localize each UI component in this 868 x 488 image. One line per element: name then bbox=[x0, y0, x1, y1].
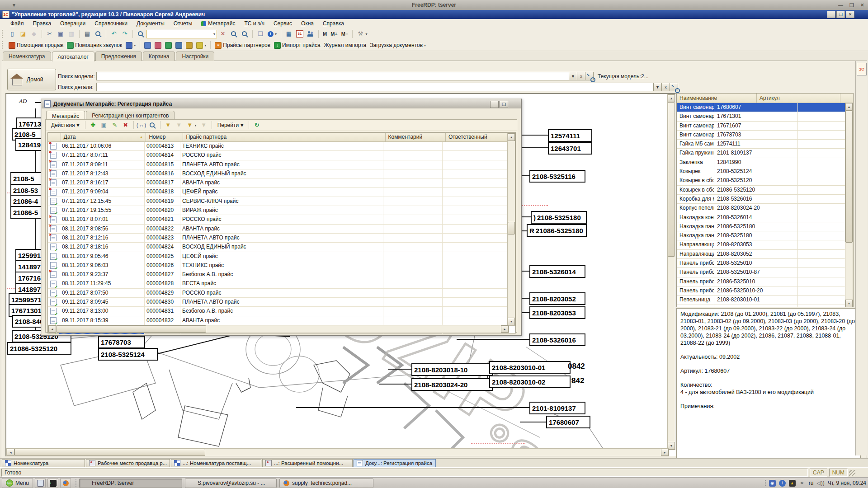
taskbar-clock[interactable]: Чт, 9 ноя, 09:24 bbox=[828, 480, 866, 486]
part-dropdown-button[interactable]: ▼ bbox=[653, 83, 662, 91]
toolbar-button[interactable]: Журнал импорта bbox=[323, 42, 368, 49]
launcher-firefox-icon[interactable] bbox=[60, 478, 71, 488]
toolbar-button[interactable] bbox=[184, 42, 194, 49]
toolbar-button[interactable] bbox=[229, 30, 239, 38]
menu-item[interactable]: Мегапрайс bbox=[197, 19, 239, 28]
tab[interactable]: Корзина bbox=[143, 52, 175, 61]
toolbar-handle[interactable] bbox=[2, 41, 5, 49]
desktop-menu-button[interactable]: lm Menu bbox=[2, 478, 33, 488]
document-row[interactable]: 09.11.2017 8:07:50 000004829 РОССКО прай… bbox=[48, 289, 515, 298]
diagram-hscrollbar[interactable]: ◄ ► bbox=[6, 448, 669, 456]
document-row[interactable]: 07.11.2017 19:15:55 000004820 ВИРАЖ прай… bbox=[48, 206, 515, 215]
mdi-window-button[interactable]: ...: Расширенный помощни... bbox=[262, 459, 353, 468]
toolbar-button[interactable] bbox=[306, 30, 316, 38]
toolbar-button[interactable]: ❏ bbox=[255, 30, 265, 38]
dialog-toolbar-button[interactable] bbox=[160, 121, 160, 129]
toolbar-button[interactable]: ▣ bbox=[56, 30, 66, 38]
dialog-toolbar-button[interactable] bbox=[133, 121, 134, 129]
parts-table-header[interactable]: Наименование Артикул bbox=[677, 94, 853, 103]
toolbar-handle[interactable] bbox=[2, 30, 5, 38]
goto-button[interactable]: Перейти▾ bbox=[215, 121, 246, 129]
launcher-files-icon[interactable] bbox=[35, 478, 46, 488]
taskbar-window-button[interactable]: supply_technics:porjad... bbox=[279, 479, 373, 488]
resize-grip[interactable] bbox=[849, 470, 855, 476]
toolbar-button[interactable] bbox=[93, 30, 103, 38]
toolbar-button[interactable]: ▾ bbox=[124, 42, 137, 49]
dialog-minimize-button[interactable]: _ bbox=[490, 101, 499, 108]
tray-display-warning-icon[interactable]: ▲ bbox=[789, 480, 796, 487]
dialog-toolbar-button[interactable]: ✎ bbox=[110, 121, 120, 129]
part-search-button[interactable] bbox=[670, 83, 678, 91]
toolbar-button[interactable]: ✕ bbox=[218, 30, 228, 38]
freerdp-titlebar[interactable]: ▼ FreeRDP: tserver — ❑ ✕ bbox=[0, 0, 868, 10]
toolbar-button[interactable]: ▾ bbox=[195, 42, 208, 49]
freerdp-maximize-button[interactable]: ❑ bbox=[849, 2, 854, 8]
menu-item[interactable]: Окна bbox=[297, 19, 318, 28]
toolbar-button[interactable] bbox=[210, 41, 211, 49]
parts-row[interactable]: Винт самонарезающий17678703 bbox=[677, 131, 853, 140]
app-close-button[interactable]: ✕ bbox=[846, 11, 854, 18]
toolbar-button[interactable] bbox=[79, 30, 80, 38]
app-maximize-button[interactable]: ❑ bbox=[836, 11, 845, 18]
part-search-input[interactable] bbox=[96, 83, 653, 91]
parts-row[interactable]: Панель приборов в сборе2108-5325010-87 bbox=[677, 268, 853, 277]
menu-item[interactable]: Справка bbox=[319, 19, 348, 28]
toolbar-button[interactable] bbox=[252, 30, 253, 38]
model-clear-button[interactable]: x bbox=[577, 72, 585, 80]
parts-row[interactable]: Козырек2108-5325124 bbox=[677, 167, 853, 176]
parts-row[interactable]: Винт самонарезающий17671607 bbox=[677, 122, 853, 131]
documents-table-header[interactable]: Дата▲ Номер Прайс партнера Комментарий О… bbox=[48, 133, 515, 142]
document-row[interactable]: 07.11.2017 8:07:11 000004814 РОССКО прай… bbox=[48, 151, 515, 160]
document-row[interactable]: 07.11.2017 9:09:04 000004818 ЦЕФЕЙ прайс bbox=[48, 188, 515, 197]
dialog-toolbar-button[interactable]: ✖ bbox=[121, 121, 131, 129]
toolbar-button[interactable]: i▾ bbox=[266, 31, 278, 38]
menu-item[interactable]: Операции bbox=[56, 19, 90, 28]
dialog-toolbar-button[interactable]: (↔) bbox=[137, 121, 146, 129]
document-row[interactable]: 08.11.2017 8:18:16 000004824 ВОСХОД ЕДИН… bbox=[48, 243, 515, 252]
taskbar-window-button[interactable]: S.pivovarov@avtozip.su - ... bbox=[185, 479, 277, 488]
toolbar-button[interactable] bbox=[106, 30, 106, 38]
menu-item[interactable]: Документы bbox=[132, 19, 169, 28]
parts-row[interactable]: Корпус пепельницы2108-8203024-20 bbox=[677, 204, 853, 213]
toolbar-button[interactable]: ▦ bbox=[284, 30, 294, 38]
dialog-toolbar-button[interactable]: ▼▾ bbox=[185, 121, 198, 129]
parts-row[interactable]: Заклепка12841990 bbox=[677, 158, 853, 167]
dialog-tab[interactable]: Регистрация цен контрагентов bbox=[86, 111, 175, 120]
toolbar-button[interactable]: Помощник закупок bbox=[66, 42, 123, 49]
toolbar-button[interactable]: 31 bbox=[295, 30, 305, 38]
toolbar-button[interactable] bbox=[352, 30, 353, 38]
toolbar-button[interactable]: ⚒▾ bbox=[355, 30, 368, 38]
tray-update-shield-icon[interactable]: i bbox=[779, 480, 786, 487]
parts-row[interactable]: Направляющая левая2108-8203053 bbox=[677, 240, 853, 249]
parts-row[interactable]: Накладка консоли2108-5326014 bbox=[677, 213, 853, 222]
menu-item[interactable]: Правка bbox=[29, 19, 56, 28]
freerdp-minimize-button[interactable]: — bbox=[838, 2, 843, 8]
diagram-vscrollbar[interactable]: ▲ ▼ bbox=[667, 94, 675, 450]
document-row[interactable]: 08.11.2017 9:23:37 000004827 Безбогов А.… bbox=[48, 270, 515, 279]
dialog-toolbar-button[interactable]: ▼ bbox=[163, 121, 173, 129]
menu-item[interactable]: Файл bbox=[6, 19, 28, 28]
tab[interactable]: Номенклатура bbox=[3, 52, 51, 61]
parts-row[interactable]: Козырек в сборе21086-5325120 bbox=[677, 186, 853, 195]
model-search-input[interactable] bbox=[96, 72, 569, 80]
toolbar-button[interactable]: ↷ bbox=[120, 30, 130, 38]
toolbar-button[interactable]: ✶Прайсы партнеров bbox=[213, 42, 272, 49]
toolbar-button[interactable] bbox=[240, 30, 250, 38]
mdi-window-button[interactable]: Доку...: Регистрация прайса bbox=[354, 459, 436, 468]
menu-item[interactable]: Справочники bbox=[90, 19, 132, 28]
toolbar-button[interactable] bbox=[42, 30, 42, 38]
volume-icon[interactable]: ◁)) bbox=[816, 480, 824, 486]
tab[interactable]: Автокаталог bbox=[52, 52, 94, 61]
toolbar-button[interactable] bbox=[318, 30, 319, 38]
dialog-toolbar-button[interactable]: ▣ bbox=[99, 121, 109, 129]
home-button[interactable]: Домой bbox=[7, 69, 56, 90]
parts-row[interactable]: Панель приборов в сборе2108-5325010 bbox=[677, 259, 853, 268]
dialog-maximize-button[interactable]: ❑ bbox=[500, 101, 508, 108]
mdi-window-button[interactable]: Рабочее место продавца р... bbox=[86, 459, 170, 468]
parts-row[interactable]: Гайка М5 самоконтрящаяся12574111 bbox=[677, 140, 853, 149]
document-row[interactable]: 08.11.2017 8:12:16 000004823 ПЛАНЕТА АВТ… bbox=[48, 234, 515, 243]
document-row[interactable]: 08.11.2017 9:05:46 000004825 ЦЕФЕЙ прайс bbox=[48, 252, 515, 261]
document-row[interactable]: 07.11.2017 8:16:17 000004817 АВАНТА прай… bbox=[48, 178, 515, 188]
parts-row[interactable]: Панель приборов в сборе21086-5325010-20 bbox=[677, 286, 853, 296]
document-row[interactable]: 08.11.2017 9:06:03 000004826 ТЕХНИКС пра… bbox=[48, 261, 515, 270]
